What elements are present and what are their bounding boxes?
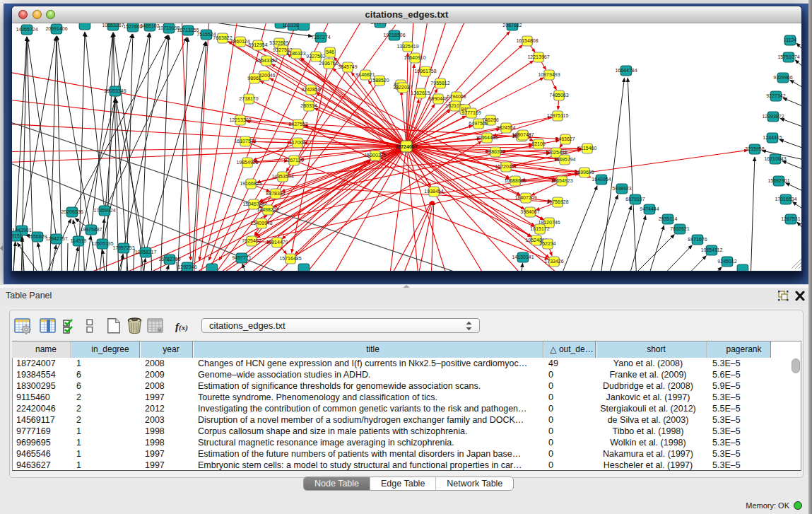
svg-text:16914479: 16914479 bbox=[266, 240, 288, 245]
svg-text:9463627: 9463627 bbox=[555, 136, 575, 141]
svg-text:3845749: 3845749 bbox=[338, 64, 357, 69]
svg-text:16154808: 16154808 bbox=[516, 38, 538, 43]
svg-text:3822037: 3822037 bbox=[393, 85, 412, 90]
svg-text:10653267: 10653267 bbox=[102, 23, 124, 28]
svg-text:7485063: 7485063 bbox=[549, 93, 568, 98]
svg-text:16543382: 16543382 bbox=[255, 58, 277, 63]
svg-text:8912954: 8912954 bbox=[248, 42, 267, 47]
svg-text:6879197: 6879197 bbox=[625, 197, 645, 201]
svg-text:1292346: 1292346 bbox=[177, 264, 196, 269]
svg-text:9777169: 9777169 bbox=[461, 110, 481, 115]
svg-text:15716485: 15716485 bbox=[279, 256, 301, 261]
svg-text:8186323: 8186323 bbox=[286, 51, 305, 56]
svg-text:1640954: 1640954 bbox=[592, 177, 611, 182]
svg-text:6497508: 6497508 bbox=[469, 121, 488, 126]
svg-text:14055724: 14055724 bbox=[16, 27, 37, 32]
svg-text:1588520: 1588520 bbox=[370, 78, 389, 83]
svg-text:19654923: 19654923 bbox=[551, 178, 572, 183]
svg-text:3824554: 3824554 bbox=[496, 125, 515, 130]
svg-text:7886372: 7886372 bbox=[486, 149, 505, 154]
svg-text:14353594: 14353594 bbox=[271, 174, 293, 179]
svg-text:12213303: 12213303 bbox=[229, 117, 251, 122]
svg-text:7632621: 7632621 bbox=[670, 226, 689, 231]
svg-text:9245012: 9245012 bbox=[717, 259, 736, 264]
svg-text:16961758: 16961758 bbox=[414, 69, 436, 74]
svg-text:8878334: 8878334 bbox=[266, 191, 285, 196]
svg-text:280314: 280314 bbox=[300, 103, 317, 108]
svg-text:8813054: 8813054 bbox=[370, 23, 389, 25]
svg-text:1267531: 1267531 bbox=[781, 216, 800, 221]
svg-text:3215958: 3215958 bbox=[745, 146, 764, 151]
svg-text:8990448: 8990448 bbox=[428, 96, 447, 101]
svg-text:13325419: 13325419 bbox=[396, 44, 418, 49]
svg-text:1938454: 1938454 bbox=[424, 189, 443, 194]
svg-text:19218506: 19218506 bbox=[383, 33, 405, 37]
svg-text:10654112: 10654112 bbox=[701, 247, 723, 252]
svg-text:3984067: 3984067 bbox=[520, 209, 539, 214]
svg-text:15692901: 15692901 bbox=[767, 178, 789, 183]
svg-text:11124: 11124 bbox=[784, 37, 797, 42]
svg-text:20756928: 20756928 bbox=[546, 199, 568, 204]
svg-text:5322605: 5322605 bbox=[269, 40, 288, 45]
svg-text:2087682: 2087682 bbox=[502, 23, 522, 28]
svg-text:10025438: 10025438 bbox=[545, 150, 567, 155]
svg-text:14495794: 14495794 bbox=[553, 157, 575, 162]
svg-text:1733426: 1733426 bbox=[544, 259, 563, 264]
svg-text:19975887: 19975887 bbox=[80, 227, 102, 232]
svg-text:7625402: 7625402 bbox=[242, 238, 261, 243]
svg-text:2936760: 2936760 bbox=[319, 61, 338, 66]
svg-text:6466102: 6466102 bbox=[140, 23, 159, 28]
svg-text:1156829: 1156829 bbox=[28, 234, 47, 239]
svg-text:18724007: 18724007 bbox=[395, 144, 417, 149]
svg-text:117004: 117004 bbox=[290, 140, 306, 145]
svg-text:10973493: 10973493 bbox=[538, 72, 560, 77]
svg-text:1699695: 1699695 bbox=[575, 170, 594, 175]
svg-text:17359924: 17359924 bbox=[93, 208, 115, 213]
svg-text:16782759: 16782759 bbox=[158, 257, 180, 262]
svg-text:12093872: 12093872 bbox=[762, 114, 784, 119]
svg-text:9329966: 9329966 bbox=[773, 75, 792, 80]
svg-text:16644784: 16644784 bbox=[615, 68, 637, 73]
svg-text:15751074: 15751074 bbox=[777, 54, 799, 59]
svg-text:16210643: 16210643 bbox=[764, 156, 786, 161]
svg-text:12505135: 12505135 bbox=[91, 241, 113, 246]
svg-text:7663822: 7663822 bbox=[213, 35, 232, 40]
svg-text:12942737: 12942737 bbox=[45, 236, 67, 241]
svg-text:10958117: 10958117 bbox=[135, 250, 157, 255]
svg-text:9242858: 9242858 bbox=[301, 87, 320, 92]
svg-text:6794028: 6794028 bbox=[447, 94, 466, 99]
svg-text:8471676: 8471676 bbox=[688, 237, 707, 242]
svg-text:12213967: 12213967 bbox=[527, 54, 549, 59]
svg-text:15300275: 15300275 bbox=[364, 153, 386, 158]
svg-text:f(x): f(x) bbox=[175, 321, 188, 332]
svg-text:18407209: 18407209 bbox=[514, 195, 536, 200]
svg-text:9146821: 9146821 bbox=[355, 72, 375, 77]
svg-text:15409948: 15409948 bbox=[250, 221, 272, 226]
svg-text:9457771: 9457771 bbox=[232, 255, 251, 260]
svg-text:19854925: 19854925 bbox=[236, 160, 258, 165]
svg-text:15720407: 15720407 bbox=[495, 164, 517, 169]
svg-text:1244415: 1244415 bbox=[763, 135, 782, 140]
svg-text:2718170: 2718170 bbox=[239, 96, 258, 101]
svg-text:9115460: 9115460 bbox=[578, 146, 597, 151]
svg-text:9474444: 9474444 bbox=[640, 206, 659, 211]
svg-text:8267130: 8267130 bbox=[284, 158, 303, 163]
svg-text:17957253: 17957253 bbox=[112, 245, 134, 250]
svg-text:12975115: 12975115 bbox=[547, 113, 569, 118]
svg-text:39151: 39151 bbox=[12, 233, 23, 238]
svg-text:1362615: 1362615 bbox=[411, 90, 430, 95]
svg-text:16640910: 16640910 bbox=[404, 55, 425, 60]
svg-text:15046748: 15046748 bbox=[242, 201, 264, 206]
svg-text:19166825: 19166825 bbox=[240, 181, 261, 186]
svg-text:20053346: 20053346 bbox=[104, 88, 126, 93]
svg-text:14130141: 14130141 bbox=[512, 255, 534, 259]
svg-text:10807487: 10807487 bbox=[512, 132, 534, 137]
svg-text:98961: 98961 bbox=[247, 76, 261, 81]
svg-text:1615172: 1615172 bbox=[530, 226, 549, 231]
svg-text:7357274: 7357274 bbox=[311, 35, 330, 40]
svg-text:546: 546 bbox=[326, 49, 334, 54]
svg-text:16107573: 16107573 bbox=[234, 139, 256, 144]
svg-text:9327502: 9327502 bbox=[306, 54, 325, 59]
svg-text:114519: 114519 bbox=[71, 238, 87, 243]
svg-text:5938923: 5938923 bbox=[612, 186, 631, 191]
